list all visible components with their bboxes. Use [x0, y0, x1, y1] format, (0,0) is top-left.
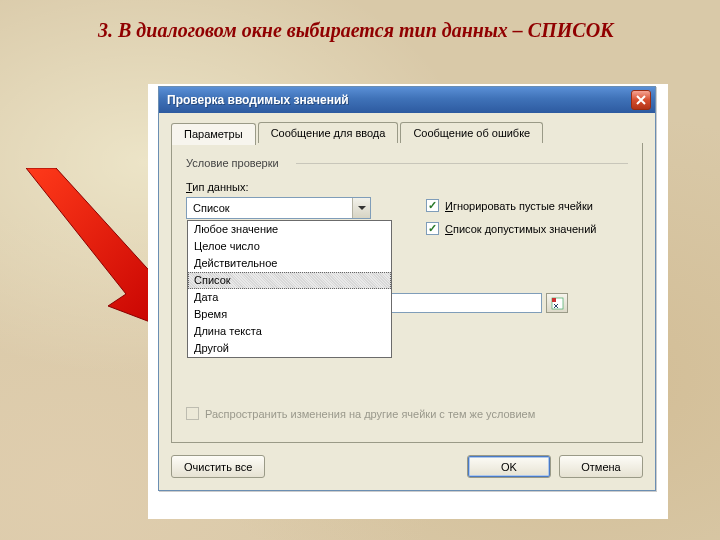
tab-error-alert[interactable]: Сообщение об ошибке — [400, 122, 543, 144]
data-type-combobox[interactable]: Список Любое значение Целое число Действ… — [186, 197, 371, 219]
tab-parameters[interactable]: Параметры — [171, 123, 256, 145]
dialog-buttons: Очистить все OK Отмена — [159, 455, 655, 490]
ok-button[interactable]: OK — [467, 455, 551, 478]
checkbox-box: ✓ — [426, 222, 439, 235]
tabs: Параметры Сообщение для ввода Сообщение … — [171, 122, 643, 144]
cancel-button[interactable]: Отмена — [559, 455, 643, 478]
checkbox-box — [186, 407, 199, 420]
range-picker-icon — [551, 297, 564, 310]
titlebar[interactable]: Проверка вводимых значений — [159, 87, 655, 113]
combobox-arrow-button[interactable] — [352, 198, 370, 218]
option-decimal[interactable]: Действительное — [188, 255, 391, 272]
validation-condition-label: Условие проверки — [186, 157, 628, 169]
checkbox-apply-to-others: Распространить изменения на другие ячейк… — [186, 407, 628, 420]
option-whole[interactable]: Целое число — [188, 238, 391, 255]
option-date[interactable]: Дата — [188, 289, 391, 306]
option-list[interactable]: Список — [188, 272, 391, 289]
source-input[interactable] — [382, 293, 542, 313]
option-text-length[interactable]: Длина текста — [188, 323, 391, 340]
data-type-value: Список — [187, 202, 352, 214]
checkbox-box: ✓ — [426, 199, 439, 212]
tab-panel-parameters: Условие проверки Тип данных: Список Любо… — [171, 143, 643, 443]
dialog-screenshot-area: Проверка вводимых значений Параметры Соо… — [148, 84, 668, 519]
option-time[interactable]: Время — [188, 306, 391, 323]
data-validation-dialog: Проверка вводимых значений Параметры Соо… — [158, 86, 656, 491]
tab-input-message[interactable]: Сообщение для ввода — [258, 122, 399, 144]
option-any[interactable]: Любое значение — [188, 221, 391, 238]
source-row — [382, 293, 568, 313]
svg-rect-2 — [552, 298, 556, 302]
data-type-label: Тип данных: — [186, 181, 396, 193]
option-custom[interactable]: Другой — [188, 340, 391, 357]
data-type-dropdown: Любое значение Целое число Действительно… — [187, 220, 392, 358]
range-picker-button[interactable] — [546, 293, 568, 313]
checkbox-ignore-blank[interactable]: ✓ Игнорировать пустые ячейки — [426, 199, 628, 212]
clear-all-button[interactable]: Очистить все — [171, 455, 265, 478]
dialog-title: Проверка вводимых значений — [167, 93, 631, 107]
checkbox-in-cell-dropdown[interactable]: ✓ Список допустимых значений — [426, 222, 628, 235]
slide-caption: 3. В диалоговом окне выбирается тип данн… — [98, 18, 638, 43]
close-icon — [636, 95, 646, 105]
close-button[interactable] — [631, 90, 651, 110]
